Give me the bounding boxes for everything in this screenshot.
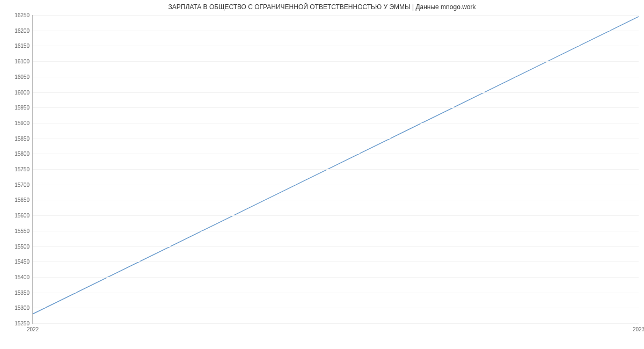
y-tick-label: 15750 bbox=[14, 166, 33, 172]
y-tick-label: 15350 bbox=[14, 289, 33, 295]
gridline bbox=[33, 139, 639, 139]
y-tick-label: 15950 bbox=[14, 105, 33, 111]
x-tick-label: 2022 bbox=[27, 323, 39, 332]
y-tick-label: 15650 bbox=[14, 197, 33, 203]
y-tick-label: 15850 bbox=[14, 135, 33, 141]
gridline bbox=[33, 169, 639, 170]
y-tick-label: 15450 bbox=[14, 259, 33, 265]
gridline bbox=[33, 323, 639, 324]
y-tick-label: 15400 bbox=[14, 274, 33, 280]
gridline bbox=[33, 215, 639, 216]
gridline bbox=[33, 185, 639, 185]
y-tick-label: 16000 bbox=[14, 89, 33, 95]
plot-area: 1525015300153501540015450155001555015600… bbox=[32, 15, 639, 324]
gridline bbox=[33, 200, 639, 200]
y-tick-label: 16150 bbox=[14, 43, 33, 49]
gridline bbox=[33, 61, 639, 62]
chart-container: ЗАРПЛАТА В ОБЩЕСТВО С ОГРАНИЧЕННОЙ ОТВЕТ… bbox=[0, 0, 644, 349]
gridline bbox=[33, 92, 639, 93]
gridline bbox=[33, 231, 639, 231]
gridline bbox=[33, 277, 639, 278]
y-tick-label: 15500 bbox=[14, 243, 33, 249]
y-tick-label: 15550 bbox=[14, 228, 33, 234]
gridline bbox=[33, 261, 639, 262]
y-tick-label: 16250 bbox=[14, 12, 33, 18]
y-tick-label: 16050 bbox=[14, 74, 33, 79]
y-tick-label: 16200 bbox=[14, 27, 33, 33]
gridline bbox=[33, 154, 639, 154]
y-tick-label: 15800 bbox=[14, 151, 33, 157]
y-tick-label: 15900 bbox=[14, 120, 33, 126]
gridline bbox=[33, 77, 639, 77]
x-tick-label: 2023 bbox=[633, 323, 644, 332]
gridline bbox=[33, 123, 639, 123]
gridline bbox=[33, 31, 639, 31]
gridline bbox=[33, 246, 639, 247]
y-tick-label: 15600 bbox=[14, 213, 33, 219]
y-tick-label: 15300 bbox=[14, 305, 33, 311]
y-tick-label: 15700 bbox=[14, 181, 33, 187]
gridline bbox=[33, 107, 639, 108]
gridline bbox=[33, 46, 639, 46]
y-tick-label: 16100 bbox=[14, 59, 33, 64]
chart-title: ЗАРПЛАТА В ОБЩЕСТВО С ОГРАНИЧЕННОЙ ОТВЕТ… bbox=[0, 3, 644, 11]
gridline bbox=[33, 308, 639, 308]
gridline bbox=[33, 15, 639, 16]
gridline bbox=[33, 293, 639, 293]
